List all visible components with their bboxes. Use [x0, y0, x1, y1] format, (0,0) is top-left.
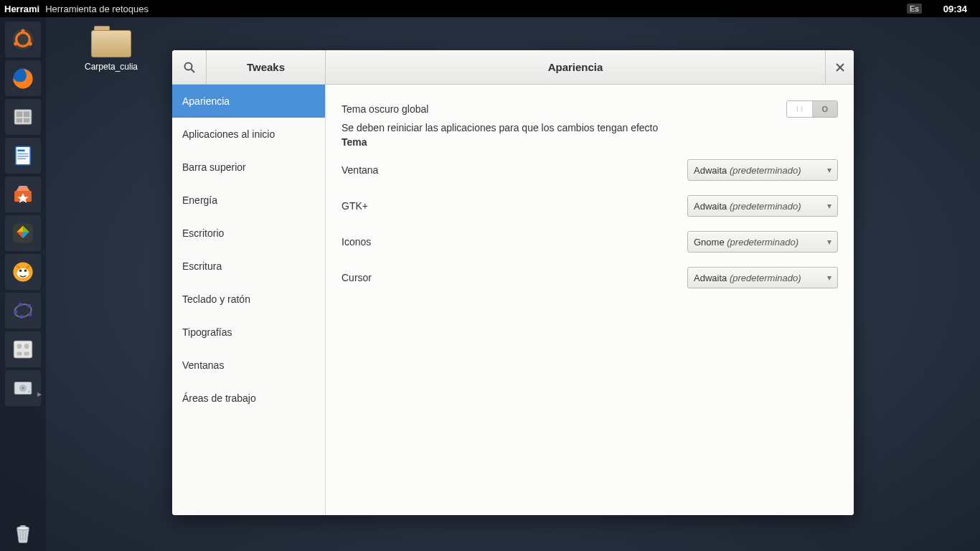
- sidebar-item-escritorio[interactable]: Escritorio: [172, 217, 325, 250]
- sidebar-title: Tweaks: [207, 50, 326, 84]
- svg-point-17: [21, 29, 24, 33]
- sidebar-item-energia[interactable]: Energía: [172, 184, 325, 217]
- svg-point-50: [22, 387, 24, 390]
- dark-theme-switch[interactable]: I I O: [786, 100, 838, 118]
- svg-point-45: [24, 344, 29, 349]
- theme-row-cursor: Cursor Adwaita (predeterminado) ▾: [341, 267, 838, 288]
- section-theme: Tema: [341, 136, 838, 148]
- svg-rect-47: [24, 352, 29, 355]
- svg-point-44: [17, 344, 22, 349]
- sidebar: Apariencia Aplicaciones al inicio Barra …: [172, 85, 326, 515]
- dark-theme-label: Tema oscuro global: [341, 103, 786, 115]
- chevron-down-icon: ▾: [820, 273, 831, 283]
- svg-point-38: [14, 310, 17, 314]
- sidebar-item-barra-superior[interactable]: Barra superior: [172, 151, 325, 184]
- svg-rect-28: [17, 154, 28, 155]
- theme-row-iconos: Iconos Gnome (predeterminado) ▾: [341, 231, 838, 253]
- sidebar-item-areas[interactable]: Áreas de trabajo: [172, 382, 325, 415]
- folder-icon: [91, 26, 131, 57]
- svg-rect-30: [17, 158, 26, 159]
- files-icon[interactable]: [5, 99, 41, 135]
- svg-rect-23: [24, 111, 30, 117]
- winebox-icon[interactable]: [5, 215, 41, 251]
- window-title: Apariencia: [326, 50, 825, 84]
- system-settings-icon[interactable]: [5, 331, 41, 367]
- svg-rect-24: [17, 118, 23, 123]
- keyboard-layout-indicator[interactable]: Es: [907, 4, 922, 14]
- theme-combo-iconos[interactable]: Gnome (predeterminado) ▾: [687, 231, 838, 253]
- svg-point-41: [29, 313, 32, 316]
- chevron-down-icon: ▾: [820, 165, 831, 175]
- theme-combo-ventana[interactable]: Adwaita (predeterminado) ▾: [687, 159, 838, 181]
- svg-point-42: [20, 315, 24, 319]
- sidebar-item-teclado[interactable]: Teclado y ratón: [172, 283, 325, 316]
- svg-line-58: [191, 69, 194, 72]
- window-titlebar: Tweaks Apariencia: [172, 50, 854, 85]
- chevron-down-icon: ▾: [820, 201, 831, 211]
- top-menubar: Herrami Herramienta de retoques Es 09:34: [0, 0, 980, 17]
- svg-point-39: [19, 303, 22, 306]
- sidebar-item-ventanas[interactable]: Ventanas: [172, 349, 325, 382]
- desktop-folder[interactable]: Carpeta_culia: [79, 26, 143, 72]
- disk-icon[interactable]: [5, 370, 41, 406]
- firefox-icon[interactable]: [5, 60, 41, 96]
- svg-rect-43: [14, 341, 32, 358]
- chevron-down-icon: ▾: [820, 237, 831, 247]
- close-icon: [836, 63, 844, 72]
- svg-point-51: [28, 391, 29, 392]
- menubar-app-title[interactable]: Herramienta de retoques: [45, 4, 149, 14]
- theme-combo-gtk[interactable]: Adwaita (predeterminado) ▾: [687, 195, 838, 217]
- switch-off-glyph: O: [813, 101, 838, 117]
- trash-icon[interactable]: [5, 515, 41, 551]
- menubar-clock[interactable]: 09:34: [943, 4, 967, 14]
- sidebar-item-tipografias[interactable]: Tipografías: [172, 316, 325, 349]
- sidebar-item-escritura[interactable]: Escritura: [172, 250, 325, 283]
- software-center-icon[interactable]: [5, 176, 41, 212]
- svg-point-18: [14, 42, 17, 45]
- theme-combo-cursor[interactable]: Adwaita (predeterminado) ▾: [687, 267, 838, 288]
- sidebar-item-apariencia[interactable]: Apariencia: [172, 85, 325, 118]
- menubar-app-short[interactable]: Herrami: [4, 4, 45, 14]
- scratch-icon[interactable]: [5, 254, 41, 290]
- svg-rect-46: [17, 352, 22, 355]
- theme-label-gtk: GTK+: [341, 200, 471, 212]
- svg-point-57: [184, 62, 192, 70]
- desktop-folder-label: Carpeta_culia: [79, 62, 143, 72]
- svg-rect-22: [17, 111, 23, 117]
- theme-row-gtk: GTK+ Adwaita (predeterminado) ▾: [341, 195, 838, 217]
- svg-rect-25: [24, 118, 30, 123]
- close-button[interactable]: [825, 50, 854, 84]
- svg-rect-29: [17, 156, 28, 157]
- dark-theme-hint: Se deben reiniciar las aplicaciones para…: [341, 122, 838, 133]
- theme-row-ventana: Ventana Adwaita (predeterminado) ▾: [341, 159, 838, 181]
- theme-label-ventana: Ventana: [341, 164, 471, 176]
- geogebra-icon[interactable]: [5, 293, 41, 329]
- svg-point-19: [29, 42, 32, 45]
- launcher: ▸: [0, 17, 46, 551]
- search-button[interactable]: [172, 50, 207, 84]
- switch-on-glyph: I I: [787, 101, 813, 117]
- svg-point-40: [27, 304, 31, 308]
- sidebar-item-aplicaciones[interactable]: Aplicaciones al inicio: [172, 118, 325, 151]
- theme-label-cursor: Cursor: [341, 272, 471, 283]
- search-icon: [183, 61, 196, 74]
- svg-rect-53: [21, 525, 26, 527]
- writer-icon[interactable]: [5, 138, 41, 174]
- content-pane: Tema oscuro global I I O Se deben reinic…: [326, 85, 854, 515]
- svg-point-35: [19, 270, 22, 272]
- svg-point-36: [24, 270, 27, 272]
- dash-icon[interactable]: [5, 22, 41, 57]
- svg-rect-27: [17, 150, 24, 152]
- tweaks-window: Tweaks Apariencia Apariencia Aplicacione…: [172, 50, 854, 515]
- theme-label-iconos: Iconos: [341, 236, 471, 248]
